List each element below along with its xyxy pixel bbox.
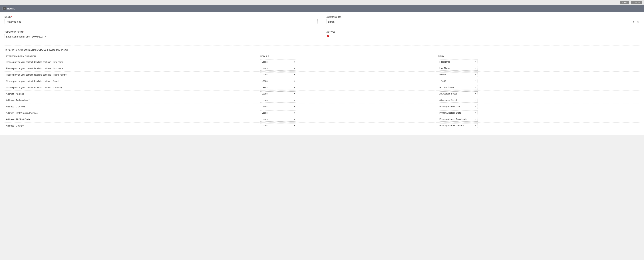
field-select-10[interactable]: --None--First NameLast NameMobileAccount… [438, 123, 478, 128]
field-select-wrapper-8: --None--First NameLast NameMobileAccount… [438, 110, 478, 115]
module-select-wrapper-0: LeadsContactsAccounts▼ [260, 60, 296, 64]
module-select-wrapper-2: LeadsContactsAccounts▼ [260, 72, 296, 77]
field-select-wrapper-6: --None--First NameLast NameMobileAccount… [438, 98, 478, 102]
module-select-6[interactable]: LeadsContactsAccounts [260, 98, 296, 102]
assigned-row: ➤ ✕ [326, 19, 640, 24]
collapse-icon: − [4, 7, 5, 10]
field-select-wrapper-7: --None--First NameLast NameMobileAccount… [438, 104, 478, 109]
module-select-3[interactable]: LeadsContactsAccounts [260, 79, 296, 83]
question-text: Address - State/Region/Province [6, 112, 38, 114]
table-row: Address - Address line 2LeadsContactsAcc… [4, 97, 640, 103]
field-select-wrapper-2: --None--First NameLast NameMobileAccount… [438, 72, 478, 77]
col-header-question: TYPEFORM FORM QUESTION [4, 54, 258, 59]
col-header-field: FIELD [436, 54, 640, 59]
table-row: Please provide your contact details to c… [4, 78, 640, 84]
table-row: Please provide your contact details to c… [4, 65, 640, 72]
module-select-wrapper-5: LeadsContactsAccounts▼ [260, 91, 296, 96]
name-input[interactable] [4, 19, 318, 24]
field-select-1[interactable]: --None--First NameLast NameMobileAccount… [438, 66, 478, 71]
question-text: Address - City/Town [6, 105, 26, 108]
module-select-wrapper-3: LeadsContactsAccounts▼ [260, 79, 296, 83]
question-text: Please provide your contact details to c… [6, 74, 68, 76]
module-select-0[interactable]: LeadsContactsAccounts [260, 60, 296, 64]
field-select-7[interactable]: --None--First NameLast NameMobileAccount… [438, 104, 478, 109]
name-label: NAME:* [4, 16, 318, 18]
field-select-3[interactable]: --None--First NameLast NameMobileAccount… [438, 79, 478, 83]
module-select-wrapper-10: LeadsContactsAccounts▼ [260, 123, 296, 128]
question-text: Please provide your contact details to c… [6, 67, 63, 70]
assigned-input[interactable] [326, 19, 631, 24]
field-select-wrapper-0: --None--First NameLast NameMobileAccount… [438, 60, 478, 64]
field-select-wrapper-5: --None--First NameLast NameMobileAccount… [438, 91, 478, 96]
assigned-field-group: ASSIGNED TO: ➤ ✕ [326, 16, 640, 24]
table-row: Please provide your contact details to c… [4, 72, 640, 78]
field-select-0[interactable]: --None--First NameLast NameMobileAccount… [438, 60, 478, 64]
field-select-wrapper-4: --None--First NameLast NameMobileAccount… [438, 85, 478, 90]
module-select-wrapper-6: LeadsContactsAccounts▼ [260, 98, 296, 102]
name-field-group: NAME:* [4, 16, 318, 24]
section-title: BASIC [7, 7, 16, 10]
field-select-5[interactable]: --None--First NameLast NameMobileAccount… [438, 91, 478, 96]
module-select-9[interactable]: LeadsContactsAccounts [260, 117, 296, 122]
question-text: Address - Address line 2 [6, 99, 30, 102]
table-row: Address - AddressLeadsContactsAccounts▼-… [4, 91, 640, 97]
module-select-wrapper-7: LeadsContactsAccounts▼ [260, 104, 296, 109]
typeform-form-select-wrapper: Lead Generation Form - 10/04/2024 02:19 … [4, 34, 48, 39]
select-user-button[interactable]: ➤ [632, 20, 635, 24]
module-select-5[interactable]: LeadsContactsAccounts [260, 91, 296, 96]
left-column: NAME:* TYPEFORM FORM:* Lead Generation F… [4, 16, 322, 43]
right-column: ASSIGNED TO: ➤ ✕ ACTIVE: ✕ [322, 16, 640, 43]
typeform-form-select[interactable]: Lead Generation Form - 10/04/2024 02:19 [4, 34, 48, 39]
field-select-wrapper-3: --None--First NameLast NameMobileAccount… [438, 79, 478, 83]
module-select-wrapper-8: LeadsContactsAccounts▼ [260, 110, 296, 115]
field-select-4[interactable]: --None--First NameLast NameMobileAccount… [438, 85, 478, 90]
module-select-2[interactable]: LeadsContactsAccounts [260, 72, 296, 77]
module-select-10[interactable]: LeadsContactsAccounts [260, 123, 296, 128]
mapping-title: TYPEFORM AND SUITECRM MODULE FIELDS MAPP… [4, 49, 640, 51]
section-header: − BASIC [0, 5, 644, 12]
close-icon: ✕ [637, 20, 639, 23]
module-select-8[interactable]: LeadsContactsAccounts [260, 110, 296, 115]
form-body: NAME:* TYPEFORM FORM:* Lead Generation F… [0, 12, 644, 135]
table-row: Address - CountryLeadsContactsAccounts▼-… [4, 122, 640, 129]
typeform-form-field-group: TYPEFORM FORM:* Lead Generation Form - 1… [4, 31, 318, 39]
mapping-table: TYPEFORM FORM QUESTION MODULE FIELD Plea… [4, 54, 640, 129]
field-select-8[interactable]: --None--First NameLast NameMobileAccount… [438, 110, 478, 115]
field-select-9[interactable]: --None--First NameLast NameMobileAccount… [438, 117, 478, 122]
cancel-button[interactable]: Cancel [631, 1, 642, 4]
question-text: Please provide your contact details to c… [6, 80, 58, 82]
col-header-module: MODULE [258, 54, 436, 59]
module-select-wrapper-9: LeadsContactsAccounts▼ [260, 117, 296, 122]
mapping-section: TYPEFORM AND SUITECRM MODULE FIELDS MAPP… [4, 49, 640, 131]
field-select-2[interactable]: --None--First NameLast NameMobileAccount… [438, 72, 478, 77]
save-button[interactable]: Save [620, 1, 629, 4]
field-select-wrapper-9: --None--First NameLast NameMobileAccount… [438, 117, 478, 122]
table-row: Please provide your contact details to c… [4, 59, 640, 65]
question-text: Please provide your contact details to c… [6, 61, 64, 63]
typeform-form-label: TYPEFORM FORM:* [4, 31, 318, 33]
module-select-4[interactable]: LeadsContactsAccounts [260, 85, 296, 90]
top-fields-row: NAME:* TYPEFORM FORM:* Lead Generation F… [4, 16, 640, 43]
field-select-wrapper-10: --None--First NameLast NameMobileAccount… [438, 123, 478, 128]
field-select-wrapper-1: --None--First NameLast NameMobileAccount… [438, 66, 478, 71]
question-text: Address - Zip/Post Code [6, 118, 30, 121]
question-text: Address - Address [6, 93, 24, 95]
field-select-6[interactable]: --None--First NameLast NameMobileAccount… [438, 98, 478, 102]
collapse-button[interactable]: − [2, 7, 6, 10]
top-bar: Save Cancel [0, 0, 644, 5]
module-select-7[interactable]: LeadsContactsAccounts [260, 104, 296, 109]
question-text: Address - Country [6, 124, 24, 127]
active-icon[interactable]: ✕ [326, 34, 329, 38]
table-row: Address - City/TownLeadsContactsAccounts… [4, 103, 640, 110]
table-row: Please provide your contact details to c… [4, 84, 640, 91]
active-label: ACTIVE: [326, 31, 640, 33]
module-select-wrapper-4: LeadsContactsAccounts▼ [260, 85, 296, 90]
table-row: Address - Zip/Post CodeLeadsContactsAcco… [4, 116, 640, 122]
clear-assigned-button[interactable]: ✕ [636, 20, 640, 24]
table-row: Address - State/Region/ProvinceLeadsCont… [4, 110, 640, 116]
question-text: Please provide your contact details to c… [6, 86, 62, 89]
module-select-wrapper-1: LeadsContactsAccounts▼ [260, 66, 296, 71]
module-select-1[interactable]: LeadsContactsAccounts [260, 66, 296, 71]
assigned-label: ASSIGNED TO: [326, 16, 640, 18]
arrow-icon: ➤ [632, 20, 635, 23]
